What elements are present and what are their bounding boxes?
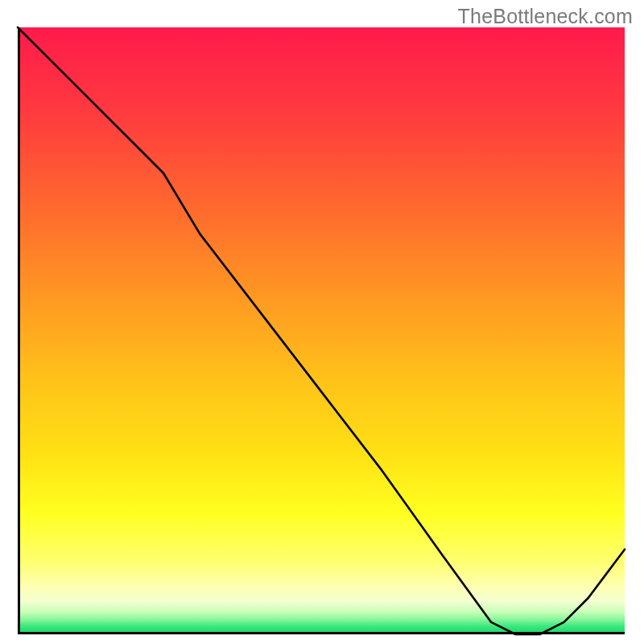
watermark-text: TheBottleneck.com [458,5,633,28]
chart-root: TheBottleneck.com [0,0,644,644]
x-axis [18,632,625,634]
bottleneck-curve [18,27,625,634]
plot-area [18,27,625,634]
y-axis [18,27,20,634]
